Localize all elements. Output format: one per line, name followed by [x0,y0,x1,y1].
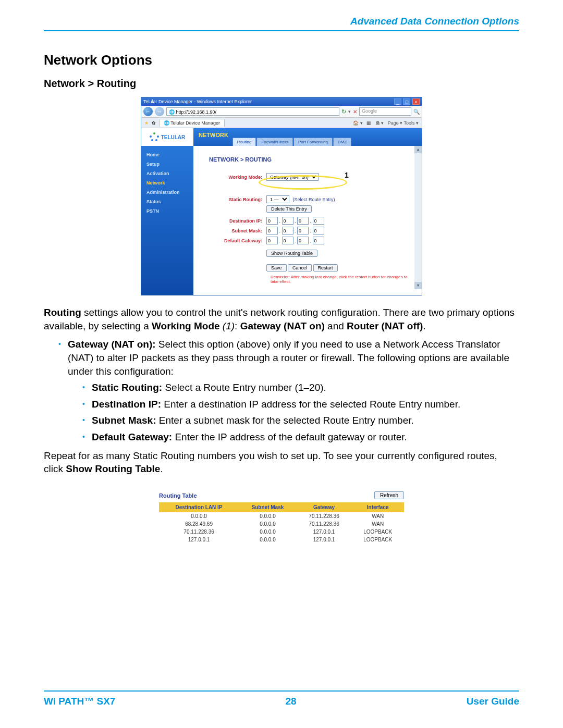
cancel-button[interactable]: Cancel [288,264,312,272]
label-subnet-mask: Subnet Mask: [209,228,266,233]
sidebar-item-setup[interactable]: Setup [146,159,193,169]
tab-firewall[interactable]: Firewall/Filters [256,138,293,146]
restart-button[interactable]: Restart [313,264,338,272]
footer-page-number: 28 [285,696,296,707]
refresh-icon[interactable]: ↻ [341,108,346,115]
delete-entry-button[interactable]: Delete This Entry [266,205,312,213]
maximize-icon[interactable]: □ [403,98,410,105]
minimize-icon[interactable]: _ [394,98,401,105]
col-dest-ip: Destination LAN IP [159,502,239,512]
list-item: Static Routing: Select a Route Entry num… [82,381,519,394]
print-icon[interactable]: 🖶 [375,120,380,126]
page-heading-1: Network Options [44,52,519,68]
repeat-paragraph: Repeat for as many Static Routing number… [44,449,519,476]
back-icon[interactable]: ← [143,107,153,116]
inner-tab-bar: NETWORK Routing Firewall/Filters Port Fo… [193,128,422,146]
ie-tool-menu[interactable]: 🏠 ▾ ▦ 🖶 ▾ Page ▾ Tools ▾ [353,120,419,126]
col-gateway: Gateway [297,502,352,512]
scroll-down-icon[interactable]: ▾ [414,282,422,289]
sidebar-item-status[interactable]: Status [146,197,193,206]
list-item: Gateway (NAT on): Select this option (ab… [58,338,519,443]
table-row: 70.11.228.360.0.0.0127.0.0.1LOOPBACK [159,528,404,536]
routing-table-block: Routing Table Refresh Destination LAN IP… [159,491,404,544]
brand-logo: TELULAR [141,128,193,146]
label-destination-ip: Destination IP: [209,218,266,224]
header-rule [44,30,519,31]
select-route-hint: (Select Route Entry) [293,197,335,202]
static-routing-select[interactable]: 1 — [266,195,289,203]
save-button[interactable]: Save [266,264,287,272]
search-go-icon[interactable]: 🔍 [413,109,420,115]
close-icon[interactable]: × [412,98,420,105]
scroll-up-icon[interactable]: ▴ [414,146,422,153]
working-mode-select[interactable]: Gateway (NAT on) [266,173,319,181]
ie-titlebar: Telular Device Manager - Windows Interne… [141,97,422,106]
col-interface: Interface [351,502,404,512]
show-routing-table-button[interactable]: Show Routing Table [266,250,317,257]
callout-marker-1: 1 [345,171,349,179]
forward-icon[interactable]: → [155,107,164,116]
label-working-mode: Working Mode: [209,175,266,180]
destination-ip-input[interactable]: . . . [266,217,324,225]
ie-tab-bar: ★ ✿ 🌐 Telular Device Manager 🏠 ▾ ▦ 🖶 ▾ P… [141,118,422,128]
panel-title: NETWORK > ROUTING [209,156,409,163]
routing-table: Destination LAN IP Subnet Mask Gateway I… [159,502,404,544]
page-heading-2: Network > Routing [44,78,519,90]
col-subnet: Subnet Mask [239,502,297,512]
sidebar-item-network[interactable]: Network [146,178,193,188]
page-footer: Wi PATH™ SX7 28 User Guide [44,690,519,707]
search-input[interactable]: Google [359,107,411,116]
sidebar-item-activation[interactable]: Activation [146,169,193,178]
footer-product: Wi PATH™ SX7 [44,696,115,707]
subnet-mask-input[interactable]: . . . [266,227,324,235]
default-gateway-input[interactable]: . . . [266,237,324,244]
sidebar-item-home[interactable]: Home [146,150,193,159]
footer-guide: User Guide [467,696,519,707]
list-item: Subnet Mask: Enter a subnet mask for the… [82,414,519,427]
section-label: NETWORK [198,132,232,142]
window-title: Telular Device Manager - Windows Interne… [143,99,252,104]
sidebar-item-pstn[interactable]: PSTN [146,206,193,216]
tab-port-forwarding[interactable]: Port Forwarding [293,138,333,146]
table-row: 127.0.0.10.0.0.0127.0.0.1LOOPBACK [159,536,404,544]
list-item: Default Gateway: Enter the IP address of… [82,430,519,444]
label-static-routing: Static Routing: [209,197,266,202]
home-icon[interactable]: 🏠 [353,120,359,126]
ie-address-bar: ← → 🌐 http://192.168.1.90/ ↻ ▾ ✕ Google … [141,106,422,118]
main-panel: NETWORK Routing Firewall/Filters Port Fo… [193,128,422,295]
refresh-button[interactable]: Refresh [374,491,404,499]
sidebar: TELULAR Home Setup Activation Network Ad… [141,128,193,295]
routing-table-title: Routing Table [159,492,197,499]
stop-icon[interactable]: ✕ [353,109,357,115]
table-row: 68.28.49.690.0.0.070.11.228.36WAN [159,520,404,528]
intro-paragraph: Routing settings allow you to control th… [44,306,519,332]
section-header: Advanced Data Connection Options [44,16,519,27]
tab-routing[interactable]: Routing [232,138,256,146]
table-row: 0.0.0.00.0.0.070.11.228.36WAN [159,512,404,520]
favorites-icon[interactable]: ★ [144,120,149,126]
fav2-icon[interactable]: ✿ [152,120,156,126]
sidebar-nav: Home Setup Activation Network Administra… [141,146,193,216]
reminder-text: Reminder: After making last change, clic… [271,275,409,284]
tab-dmz[interactable]: DMZ [333,138,351,146]
sidebar-item-administration[interactable]: Administration [146,188,193,197]
list-item: Destination IP: Enter a destination IP a… [82,398,519,411]
label-default-gateway: Default Gateway: [209,238,266,243]
address-input[interactable]: 🌐 http://192.168.1.90/ [166,107,339,116]
window-controls: _ □ × [394,98,420,105]
feeds-icon[interactable]: ▦ [366,120,371,126]
embedded-screenshot: Telular Device Manager - Windows Interne… [141,97,422,295]
browser-tab[interactable]: 🌐 Telular Device Manager [159,119,225,127]
